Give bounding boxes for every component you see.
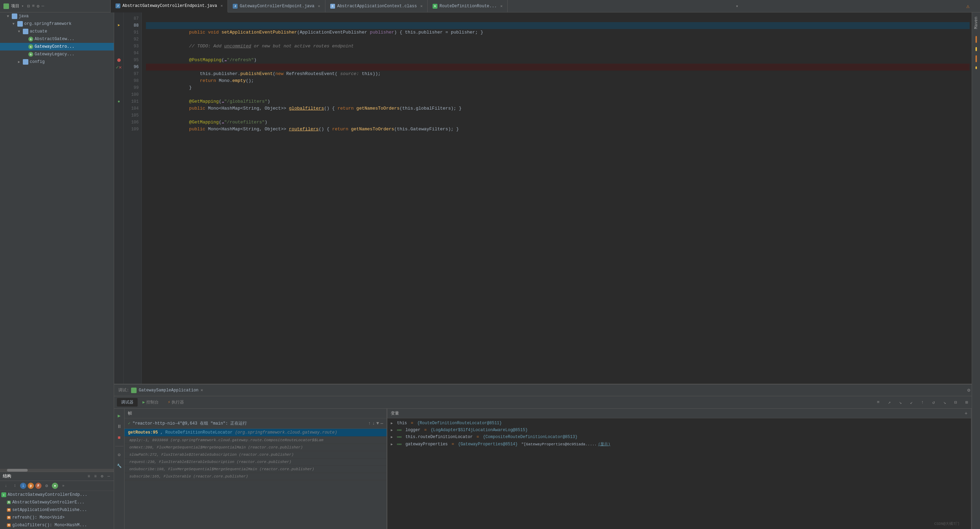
project-name: 项目 [11, 3, 19, 9]
structure-close-btn[interactable]: — [107, 474, 111, 479]
debug-run-cursor[interactable]: ↺ [929, 398, 938, 407]
variables-list: ▶ this = {RouteDefinitionRouteLocator@85… [387, 418, 971, 529]
struct-item-4[interactable]: m globalfilters(): Mono<HashM... [0, 521, 114, 529]
bp-cell-95 [114, 57, 123, 64]
sort-btn-circle[interactable]: ● [52, 483, 58, 489]
sort-btn-more[interactable]: » [59, 482, 67, 489]
debug-settings-btn[interactable]: ⚙ [967, 387, 970, 393]
code-content[interactable]: @Override public void setApplicationEven… [142, 13, 974, 384]
tab-gateway-controller[interactable]: J GatewayControllerEndpoint.java ✕ [228, 0, 325, 13]
tree-item-org[interactable]: ▼ org.springframework [0, 20, 114, 28]
tab-route-definition[interactable]: G RouteDefinitionRoute... ✕ [428, 0, 508, 13]
code-line-99 [146, 84, 970, 91]
thread-up-btn[interactable]: ↑ [368, 421, 371, 426]
frame-item-slowpath[interactable]: slowPath:272, FluxIterable$IterableSubsc… [124, 451, 387, 459]
sort-btn-2[interactable]: ↕ [11, 482, 19, 489]
structure-btn-2[interactable]: ≡ [93, 474, 97, 479]
tab-close-1[interactable]: ✕ [221, 3, 223, 8]
vars-add-btn[interactable]: + [965, 411, 967, 416]
sort-btn-1[interactable]: ↓ [2, 482, 10, 489]
debug-tab-debugger[interactable]: 调试器 [117, 398, 138, 407]
layout-btn-2[interactable]: ≡ [32, 3, 35, 9]
tab-abstract-gateway-controller[interactable]: J AbstractGatewayControllerEndpoint.java… [111, 0, 228, 13]
layout-btn-1[interactable]: ⊟ [27, 3, 30, 9]
tree-spring-icon-1: G [29, 37, 33, 41]
frame-pkg: (org.springframework.cloud.gateway.route… [235, 430, 337, 435]
sort-btn-p[interactable]: p [28, 483, 34, 489]
frame-selected[interactable]: getRoutes:95 , RouteDefinitionRouteLocat… [124, 429, 387, 437]
view-btn[interactable]: ⊙ [115, 451, 123, 459]
structure-settings-btn[interactable]: ⚙ [100, 473, 105, 479]
debug-step-over[interactable]: ↗ [885, 398, 894, 407]
debug-step-into[interactable]: ↘ [896, 398, 905, 407]
debug-tab-executor[interactable]: ⚡ 执行器 [164, 398, 188, 407]
tab-overflow-btn[interactable]: ▾ [732, 3, 742, 9]
var-eq-gatewayprop: = [449, 442, 457, 447]
project-selector[interactable]: 项目 ▾ ⊟ ≡ ⚙ — [0, 0, 111, 13]
tab-abstract-application-context[interactable]: C AbstractApplicationContext.class ✕ [325, 0, 428, 13]
close-panel-btn[interactable]: — [41, 3, 44, 9]
frame-item-onnext[interactable]: onNext:208, FluxMergeSequential$MergeSeq… [124, 444, 387, 451]
tree-item-gateway-controller[interactable]: G GatewayContro... [0, 43, 114, 51]
settings-btn[interactable]: ⚙ [37, 3, 40, 9]
debug-tab-debugger-label: 调试器 [121, 399, 134, 405]
debug-table-view[interactable]: ⊟ [951, 398, 960, 407]
variables-toolbar: + [965, 411, 967, 416]
filter-btn[interactable]: 🔧 [115, 462, 123, 470]
thread-down-btn[interactable]: ↓ [372, 421, 375, 426]
structure-btn-1[interactable]: ≡ [86, 474, 91, 479]
tree-item-config[interactable]: ▶ config [0, 58, 114, 66]
tree-item-actuate[interactable]: ▼ actuate [0, 28, 114, 35]
var-item-gatewayprop[interactable]: ▶ ∞∞ gatewayProperties = {GatewayPropert… [387, 440, 971, 448]
var-val-gatewayprop: {GatewayProperties@8514} [458, 442, 518, 447]
struct-class-header[interactable]: C AbstractGatewayControllerEndp... [0, 491, 114, 499]
debug-step-resume[interactable]: ↑ [918, 398, 927, 407]
tab-close-3[interactable]: ✕ [420, 4, 423, 8]
maven-mark-orange2 [975, 55, 977, 62]
tree-item-java[interactable]: ▼ java [0, 13, 114, 20]
struct-item-2[interactable]: m setApplicationEventPublishe... [0, 506, 114, 514]
thread-filter-btn[interactable]: ▼ [376, 421, 379, 426]
sort-btn-f[interactable]: F [35, 483, 41, 489]
maven-label[interactable]: Maven [973, 15, 979, 30]
tree-item-abstract-gateway[interactable]: G AbstractGatew... [0, 35, 114, 43]
bp-cell-88: ➤ [114, 22, 123, 29]
frame-item-subscribe[interactable]: subscribe:165, FluxIterable (reactor.cor… [124, 473, 387, 480]
struct-item-1[interactable]: A AbstractGatewayControllerE... [0, 499, 114, 506]
debug-toolbar-btn-1[interactable]: ≡ [874, 398, 883, 407]
tree-label-abstract-gateway: AbstractGatew... [35, 37, 74, 41]
tree-label-config: config [30, 59, 45, 64]
tree-item-gateway-legacy[interactable]: G GatewayLegacy... [0, 51, 114, 58]
project-icon [3, 3, 9, 9]
project-dropdown[interactable]: ▾ [21, 4, 24, 8]
run-btn[interactable]: ▶ [115, 411, 123, 420]
var-eq-logger: = [422, 428, 430, 432]
stop-btn[interactable]: ■ [115, 434, 123, 442]
thread-more-btn[interactable]: ⋯ [380, 421, 383, 426]
frame-item-request[interactable]: request:230, FluxIterable$IterableSubscr… [124, 459, 387, 466]
maven-mark-yellow [975, 47, 977, 51]
pause-btn[interactable]: ⏸ [115, 423, 123, 431]
var-item-this[interactable]: ▶ this = {RouteDefinitionRouteLocator@85… [387, 420, 971, 427]
tree-label-org: org.springframework [24, 21, 72, 26]
debug-tab-console[interactable]: ▶ 控制台 [138, 398, 163, 407]
sort-btn-filter[interactable]: ⚙ [43, 482, 51, 489]
tab-close-4[interactable]: ✕ [500, 4, 503, 8]
sort-btn-info[interactable]: i [20, 483, 26, 489]
debug-step-out[interactable]: ↙ [907, 398, 916, 407]
debug-evaluate[interactable]: ↘ [940, 398, 949, 407]
sidebar-scrollbar[interactable] [0, 469, 114, 472]
debug-close-x[interactable]: ✕ [200, 388, 203, 393]
var-item-logger[interactable]: ▶ ∞∞ logger = {LogAdapter$Slf4jLocationA… [387, 427, 971, 434]
debug-list-view[interactable]: ⊞ [963, 398, 971, 407]
var-show-gatewayprop[interactable]: (显示) [598, 442, 610, 447]
code-line-109 [146, 126, 970, 133]
main-layout: ▼ java ▼ org.springframework ▼ actuate [0, 13, 980, 529]
tab-close-2[interactable]: ✕ [318, 4, 320, 8]
frame-item-onsubscribe[interactable]: onSubscribe:198, FluxMergeSequential$Mer… [124, 466, 387, 473]
code-editor[interactable]: ➤ ✓ ✕ [114, 13, 980, 384]
var-item-routedef[interactable]: ▶ ∞∞ this.routeDefinitionLocator = {Comp… [387, 434, 971, 440]
struct-item-3[interactable]: m refresh(): Mono<Void> [0, 514, 114, 521]
struct-badge-4: m [7, 523, 11, 527]
frame-item-apply[interactable]: apply:-1, 8933868 (org.springframework.c… [124, 437, 387, 444]
